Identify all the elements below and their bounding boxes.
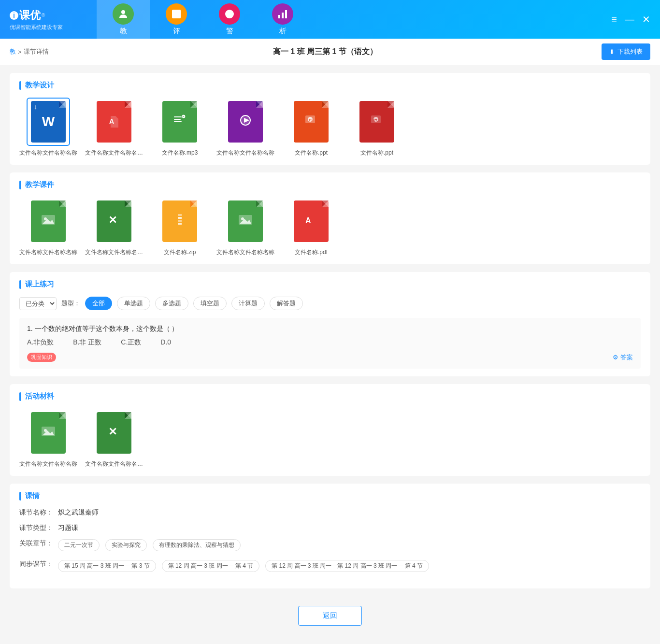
info-label-type: 课节类型：	[19, 524, 58, 532]
file-name-img1: 文件名称文件名称名称	[19, 248, 77, 257]
activity-materials-section: 活动材料 文件名称文件名称名称	[10, 384, 650, 476]
file-item-ppt1[interactable]: P! 文件名称.ppt	[282, 98, 340, 157]
teaching-design-files: ↓ W 文件名称文件名称名称 A 文件名称文件名称名 ...	[19, 98, 641, 157]
file-item-ppt2[interactable]: P! 文件名称.ppt	[348, 98, 406, 157]
nav-tab-teach[interactable]: 教	[97, 0, 150, 39]
chapter-tag-2: 有理数的乘除法、观察与猜想	[153, 539, 241, 551]
breadcrumb-current: 课节详情	[24, 47, 49, 56]
sync-tag-2: 第 12 周 高一 3 班 周一—第 12 周 高一 3 班 周一— 第 4 节	[265, 560, 429, 572]
option-d: D.0	[160, 338, 171, 347]
return-button[interactable]: 返回	[298, 606, 362, 626]
download-overlay-icon: ↓	[34, 103, 37, 111]
logo-i: i	[10, 11, 18, 20]
section-title-courseware: 教学课件	[25, 180, 54, 189]
file-icon-wrap-pdf: A	[92, 98, 136, 146]
breadcrumb: 教 > 课节详情	[10, 47, 49, 56]
filter-solve-btn[interactable]: 解答题	[270, 297, 303, 310]
filter-multi-btn[interactable]: 多选题	[155, 297, 188, 310]
category-dropdown[interactable]: 已分类	[19, 297, 57, 310]
file-item-img1[interactable]: 文件名称文件名称名称	[19, 197, 77, 257]
sync-tags: 第 15 周 高一 3 班 周一— 第 3 节 第 12 周 高一 3 班 周一…	[58, 560, 433, 574]
file-icon-wrap-word: ↓ W	[27, 98, 70, 146]
file-item-activity-img[interactable]: 文件名称文件名称名称	[19, 409, 77, 468]
file-item-img2[interactable]: 文件名称文件名称名称	[216, 197, 274, 257]
filter-calc-btn[interactable]: 计算题	[231, 297, 265, 310]
sync-tag-0: 第 15 周 高一 3 班 周一— 第 3 节	[58, 560, 156, 572]
activity-img-icon	[31, 412, 66, 454]
question-footer: 巩固知识 ⚙ 答案	[27, 353, 633, 362]
info-value-name: 炽之武退秦师	[58, 508, 99, 517]
svg-rect-24	[178, 214, 182, 216]
section-bar-activity	[19, 392, 21, 401]
option-a: A.非负数	[27, 338, 54, 347]
teaching-courseware-section: 教学课件 文件名称文件名称名称	[10, 172, 650, 264]
section-bar-lesson-info	[19, 492, 21, 501]
file-item-video[interactable]: 文件名称文件名称名称	[216, 98, 274, 157]
filter-blank-btn[interactable]: 填空题	[193, 297, 227, 310]
section-header-activity: 活动材料	[19, 392, 641, 401]
file-name-video: 文件名称文件名称名称	[216, 149, 274, 157]
svg-rect-10	[174, 121, 182, 122]
nav-tab-eval[interactable]: 评	[150, 0, 203, 39]
img1-file-icon	[31, 200, 66, 242]
practice-filter: 已分类 题型： 全部 单选题 多选题 填空题 计算题 解答题	[19, 297, 641, 310]
activity-files: 文件名称文件名称名称 ✕ 文件名称文件名称名 ...	[19, 409, 641, 468]
img2-file-icon	[228, 200, 263, 242]
mp3-file-icon	[162, 101, 197, 143]
file-item-pdf3[interactable]: A 文件名称.pdf	[282, 197, 340, 257]
breadcrumb-parent[interactable]: 教	[10, 47, 16, 56]
file-icon-wrap-ppt1: P!	[289, 98, 333, 146]
section-title-teaching-design: 教学设计	[25, 81, 54, 90]
word-file-icon: ↓ W	[31, 101, 66, 143]
section-bar-courseware	[19, 181, 21, 189]
file-item-pdf[interactable]: A 文件名称文件名称名 ...	[85, 98, 143, 157]
info-label-name: 课节名称：	[19, 508, 58, 517]
download-label: 下载列表	[617, 47, 643, 56]
svg-text:A: A	[109, 117, 114, 125]
minimize-button[interactable]: —	[625, 14, 634, 25]
chapter-tag-0: 二元一次节	[58, 539, 100, 551]
file-name-pdf3: 文件名称.pdf	[295, 248, 328, 257]
teach-icon	[113, 3, 134, 25]
section-title-practice: 课上练习	[25, 280, 54, 289]
menu-button[interactable]: ≡	[611, 14, 617, 25]
option-b: B.非 正数	[73, 338, 101, 347]
file-name-img2: 文件名称文件名称名称	[216, 248, 274, 257]
svg-point-3	[228, 11, 231, 14]
file-item-activity-excel[interactable]: ✕ 文件名称文件名称名 ...	[85, 409, 143, 468]
nav-tab-warn[interactable]: 警	[203, 0, 256, 39]
svg-point-0	[121, 10, 125, 14]
file-item-mp3[interactable]: 文件名称.mp3	[151, 98, 209, 157]
nav-tab-analysis[interactable]: 析	[256, 0, 309, 39]
window-controls: ≡ — ✕	[602, 0, 660, 39]
practice-section: 课上练习 已分类 题型： 全部 单选题 多选题 填空题 计算题 解答题 1. 一…	[10, 272, 650, 376]
filter-all-btn[interactable]: 全部	[85, 297, 112, 310]
chapter-tags: 二元一次节 实验与探究 有理数的乘除法、观察与猜想	[58, 539, 244, 553]
nav-label-warn: 警	[226, 27, 233, 36]
close-button[interactable]: ✕	[642, 14, 650, 25]
download-icon: ⬇	[609, 48, 615, 56]
pdf-file-icon: A	[97, 101, 131, 143]
file-item-excel1[interactable]: ✕ 文件名称文件名称名 ...	[85, 197, 143, 257]
file-name-ppt1: 文件名称.ppt	[295, 149, 328, 157]
logo-brand: 课优	[19, 8, 41, 23]
file-name-pdf: 文件名称文件名称名 ...	[85, 149, 143, 157]
answer-button[interactable]: ⚙ 答案	[613, 353, 633, 362]
download-list-button[interactable]: ⬇ 下载列表	[602, 43, 650, 60]
filter-type-label: 题型：	[61, 299, 80, 308]
filter-single-btn[interactable]: 单选题	[117, 297, 150, 310]
option-c: C.正数	[121, 338, 141, 347]
svg-rect-6	[285, 10, 287, 18]
pdf3-file-icon: A	[294, 200, 329, 242]
svg-rect-4	[278, 15, 280, 18]
chapter-tag-1: 实验与探究	[105, 539, 147, 551]
info-row-chapters: 关联章节： 二元一次节 实验与探究 有理数的乘除法、观察与猜想	[19, 539, 641, 553]
svg-rect-8	[174, 116, 183, 117]
info-label-sync: 同步课节：	[19, 560, 58, 569]
file-item-zip[interactable]: 文件名称.zip	[151, 197, 209, 257]
svg-text:✕: ✕	[108, 426, 117, 438]
nav-tabs: 教 评 警 析	[97, 0, 602, 39]
file-name-activity-excel: 文件名称文件名称名 ...	[85, 460, 143, 468]
ppt2-file-icon: P!	[359, 101, 394, 143]
file-item-word[interactable]: ↓ W 文件名称文件名称名称	[19, 98, 77, 157]
